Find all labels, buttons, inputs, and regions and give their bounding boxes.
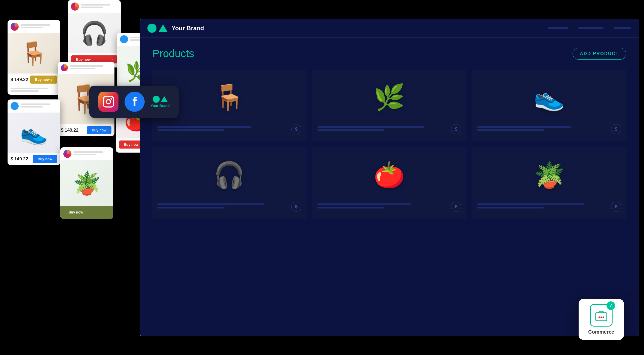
product-info-3: $ [477, 124, 621, 134]
left-cards-area: 🪑 $ 149.22 Buy now 🎧 Buy now [0, 0, 146, 355]
instagram-icon[interactable] [98, 92, 118, 112]
commerce-badge[interactable]: ✓ Commerce [579, 299, 624, 340]
svg-point-2 [110, 98, 112, 99]
svg-rect-0 [103, 96, 114, 107]
card-product-image-2: 🎧 [68, 13, 121, 53]
product-image-plant: 🌿 [317, 75, 461, 120]
social-card-chair: 🪑 $ 149.22 Buy now [8, 20, 60, 95]
product-info-1: $ [157, 124, 301, 134]
facebook-icon[interactable]: f [125, 92, 145, 112]
product-card-4[interactable]: 🎧 $ [152, 147, 306, 219]
product-info-4: $ [157, 202, 301, 212]
brand-name: Your Brand [172, 25, 204, 32]
buy-now-button[interactable]: Buy now [30, 76, 57, 84]
card-price: $ 149.22 [11, 77, 28, 82]
brand-circle [147, 24, 156, 33]
price-icon-4: $ [291, 202, 301, 212]
price-icon-2: $ [451, 124, 461, 134]
product-card-3[interactable]: 👟 $ [472, 70, 626, 141]
product-card-2[interactable]: 🌿 $ [312, 70, 466, 141]
products-grid: 🪑 $ 🌿 [152, 70, 626, 219]
product-info-6: $ [477, 202, 621, 212]
price-icon-5: $ [451, 202, 461, 212]
add-product-button[interactable]: ADD PRODUCT [573, 48, 626, 60]
svg-point-4 [598, 316, 600, 318]
commerce-check-icon: ✓ [607, 301, 615, 310]
svg-point-5 [600, 316, 602, 318]
card-header-lines [21, 24, 57, 29]
product-image-fruit: 🍅 [317, 152, 461, 198]
header-navigation [208, 27, 631, 29]
brand-mini-logo: Your Brand [151, 96, 170, 108]
social-card-headphones: 🎧 Buy now [68, 0, 121, 67]
buy-now-button-3[interactable]: Buy now [87, 126, 111, 134]
card-product-image: 🪑 [8, 33, 60, 74]
card-avatar-5 [11, 102, 19, 110]
potted-plant-emoji: 🪴 [534, 160, 565, 190]
svg-point-6 [602, 316, 604, 318]
svg-point-1 [106, 100, 111, 104]
buy-now-button-6[interactable]: Buy now [63, 208, 110, 216]
sneaker-emoji: 👟 [534, 83, 565, 112]
products-header: Products ADD PRODUCT [152, 48, 626, 60]
products-title: Products [152, 48, 194, 60]
chair-emoji: 🪑 [214, 83, 245, 112]
product-card-5[interactable]: 🍅 $ [312, 147, 466, 219]
product-card-6[interactable]: 🪴 $ [472, 147, 626, 219]
social-card-sneaker: 👟 $ 149.22 Buy now [8, 99, 60, 165]
social-card-snake-plant: 🪴 Buy now [60, 147, 113, 219]
commerce-icon-wrapper: ✓ [590, 304, 613, 327]
card-avatar [11, 23, 19, 31]
product-info-5: $ [317, 202, 461, 212]
card-avatar-2 [71, 3, 79, 11]
product-image-headphones: 🎧 [157, 152, 301, 198]
nav-line-2 [578, 27, 603, 29]
card-price-2: $ 149.22 [61, 128, 78, 133]
fruit-emoji: 🍅 [374, 160, 405, 190]
price-icon-3: $ [611, 124, 621, 134]
product-image-chair: 🪑 [157, 75, 301, 120]
brand-triangle [158, 24, 168, 32]
card-avatar-3 [120, 35, 128, 43]
social-platform-overlay: f Your Brand [89, 86, 179, 118]
card-product-image-5: 👟 [8, 113, 60, 153]
brand-logo: Your Brand [147, 24, 204, 33]
panel-header: Your Brand [140, 19, 639, 38]
plant-emoji: 🌿 [374, 83, 405, 112]
buy-now-button-4[interactable]: Buy now [33, 155, 57, 163]
product-image-sneaker: 👟 [477, 75, 621, 120]
card-avatar-7 [63, 150, 71, 158]
panel-content: Products ADD PRODUCT 🪑 $ [140, 38, 639, 229]
headphones-emoji: 🎧 [214, 160, 245, 190]
price-icon-1: $ [291, 124, 301, 134]
commerce-label: Commerce [588, 329, 614, 335]
nav-line-3 [614, 27, 631, 29]
card-avatar-4 [61, 64, 68, 71]
price-icon-6: $ [611, 202, 621, 212]
main-dashboard-panel: Your Brand Products ADD PRODUCT 🪑 [140, 19, 639, 336]
nav-line-1 [548, 27, 568, 29]
card-product-image-7: 🪴 [60, 160, 113, 206]
card-price-3: $ 149.22 [11, 156, 28, 162]
product-info-2: $ [317, 124, 461, 134]
product-image-potted-plant: 🪴 [477, 152, 621, 198]
